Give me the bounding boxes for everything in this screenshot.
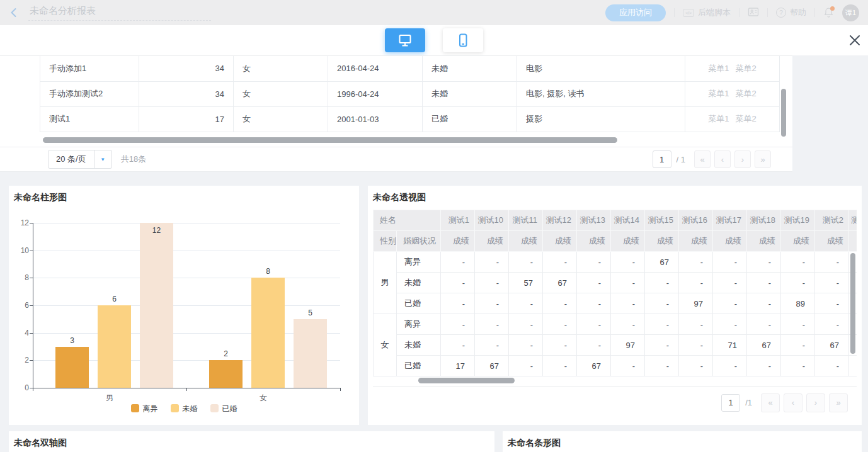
pivot-value-cell: - <box>475 314 509 335</box>
page-size-value: 20 条/页 <box>49 154 94 165</box>
header-right: 应用访问 </> 后端脚本 ? 帮助 <box>605 4 859 21</box>
pivot-next-page-button[interactable]: › <box>806 393 825 412</box>
pivot-value-cell: - <box>543 293 577 314</box>
app-header: 未命名分析报表 应用访问 </> 后端脚本 ? 帮助 <box>0 0 868 25</box>
pivot-value-cell: - <box>441 293 475 314</box>
pivot-column-header: 测试15 <box>645 210 679 231</box>
pivot-value-cell: - <box>747 252 781 273</box>
contact-card-icon[interactable] <box>748 7 759 19</box>
table-cell: 34 <box>139 56 234 81</box>
pivot-value-cell: - <box>577 252 611 273</box>
pivot-value-cell: - <box>713 356 747 376</box>
prev-page-button[interactable]: ‹ <box>714 150 731 168</box>
pivot-gender-cell: 男 <box>374 252 397 314</box>
back-icon[interactable] <box>9 8 18 18</box>
legend-swatch <box>210 404 219 412</box>
pivot-value-cell: - <box>815 252 849 273</box>
bar-value-label: 6 <box>98 295 131 303</box>
pivot-vertical-scrollbar[interactable] <box>850 253 855 354</box>
pivot-value-cell: - <box>543 314 577 335</box>
header-left: 未命名分析报表 <box>9 4 211 21</box>
row-action-link[interactable]: 菜单1 <box>708 114 729 123</box>
row-action-link[interactable]: 菜单2 <box>736 64 757 73</box>
desktop-view-button[interactable] <box>385 28 425 52</box>
pivot-value-cell: - <box>611 356 645 376</box>
x-axis-category-label: 女 <box>186 393 340 404</box>
next-page-button[interactable]: › <box>734 150 751 168</box>
row-actions: 菜单1菜单2 <box>685 81 780 106</box>
pivot-value-cell: - <box>815 356 849 376</box>
help-icon: ? <box>776 8 786 18</box>
legend-item[interactable]: 未婚 <box>171 404 198 414</box>
table-row: 手动添加测试234女1996-04-24未婚电影, 摄影, 读书菜单1菜单2 <box>40 81 780 106</box>
pivot-horizontal-scrollbar[interactable] <box>418 378 515 383</box>
table-horizontal-scrollbar[interactable] <box>43 137 617 143</box>
pivot-prev-page-button[interactable]: ‹ <box>784 393 802 412</box>
report-canvas: 手动添加134女2016-04-24未婚电影菜单1菜单2手动添加测试234女19… <box>0 55 868 452</box>
pivot-measure-header: 成绩 <box>781 231 815 252</box>
table-vertical-scrollbar[interactable] <box>781 89 786 137</box>
code-icon: </> <box>683 9 694 17</box>
bar-value-label: 3 <box>55 336 89 345</box>
page-size-select[interactable]: 20 条/页 ▼ <box>48 150 112 169</box>
bar-value-label: 8 <box>251 267 285 276</box>
table-cell: 已婚 <box>423 106 517 132</box>
user-avatar[interactable]: 谭1 <box>842 4 859 21</box>
horizontal-bar-chart-panel: 未命名条形图 <box>503 431 862 452</box>
y-axis-tick-label: 8 <box>9 273 29 282</box>
table-cell: 未婚 <box>423 56 517 81</box>
divider <box>767 8 768 17</box>
pivot-first-page-button[interactable]: « <box>761 393 780 412</box>
table-cell: 1996-04-24 <box>328 81 423 106</box>
first-page-button[interactable]: « <box>694 150 711 168</box>
pivot-value-cell: - <box>679 252 713 273</box>
pivot-value-cell: - <box>509 252 543 273</box>
help-button[interactable]: ? 帮助 <box>776 7 806 18</box>
pivot-value-cell: - <box>713 314 747 335</box>
bar-value-label: 2 <box>209 349 243 358</box>
pivot-value-cell-clipped <box>849 356 857 376</box>
pivot-value-cell: - <box>645 293 679 314</box>
divider <box>739 8 740 17</box>
pivot-value-cell: - <box>441 335 475 356</box>
last-page-button[interactable]: » <box>755 150 771 168</box>
preview-toolbar <box>0 25 868 55</box>
legend-item[interactable]: 离异 <box>131 404 158 414</box>
table-cell: 电影, 摄影, 读书 <box>517 81 685 106</box>
pivot-value-cell: - <box>815 293 849 314</box>
app-access-button[interactable]: 应用访问 <box>605 4 666 21</box>
page-number-input[interactable] <box>653 150 671 168</box>
table-cell: 手动添加测试2 <box>40 81 139 106</box>
pivot-last-page-button[interactable]: » <box>829 393 848 412</box>
bar-chart: 024681012男3612女285离异未婚已婚 <box>9 186 359 425</box>
report-title[interactable]: 未命名分析报表 <box>28 4 211 21</box>
pivot-value-cell: - <box>713 293 747 314</box>
pivot-page-number-input[interactable] <box>721 394 740 412</box>
pivot-row: 已婚1767--67------- <box>374 356 857 376</box>
pivot-measure-header: 成绩 <box>441 231 475 252</box>
legend-item[interactable]: 已婚 <box>210 404 237 414</box>
pivot-value-cell: - <box>815 273 849 293</box>
close-icon[interactable] <box>847 33 862 48</box>
table-cell: 女 <box>234 106 328 132</box>
pivot-column-header: 测试17 <box>713 210 747 231</box>
row-action-link[interactable]: 菜单1 <box>708 89 729 98</box>
pivot-value-cell: - <box>577 335 611 356</box>
pivot-value-cell: - <box>441 252 475 273</box>
mobile-view-button[interactable] <box>443 28 483 52</box>
chart-bar <box>209 360 243 388</box>
pivot-value-cell: 71 <box>713 335 747 356</box>
notification-bell-icon[interactable] <box>823 7 834 18</box>
mobile-icon <box>455 33 471 48</box>
pivot-value-cell: - <box>611 314 645 335</box>
pivot-pagination: /1 « ‹ › » <box>373 386 857 419</box>
pivot-column-header: 测试14 <box>611 210 645 231</box>
legend-swatch <box>171 404 179 412</box>
pivot-dimension-header: 婚姻状况 <box>397 231 441 252</box>
row-action-link[interactable]: 菜单2 <box>736 114 757 123</box>
row-action-link[interactable]: 菜单2 <box>736 89 757 98</box>
pivot-value-cell: 97 <box>611 335 645 356</box>
pivot-value-cell: - <box>747 356 781 376</box>
row-action-link[interactable]: 菜单1 <box>708 64 729 73</box>
backend-script-button[interactable]: </> 后端脚本 <box>683 7 731 18</box>
